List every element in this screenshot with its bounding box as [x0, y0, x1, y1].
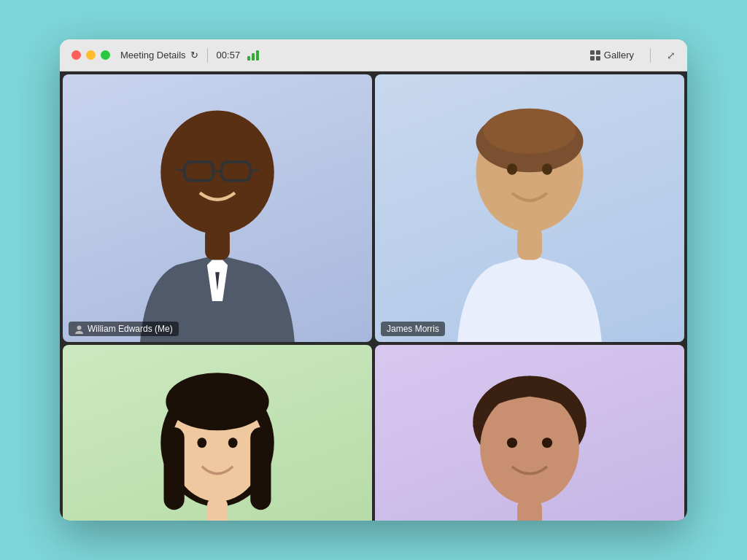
svg-point-12	[542, 163, 552, 175]
meeting-timer: 00:57	[217, 50, 241, 61]
refresh-icon[interactable]: ↻	[190, 50, 198, 61]
svg-rect-26	[517, 499, 542, 521]
signal-bar-2	[252, 53, 255, 61]
signal-bar-1	[247, 56, 250, 61]
video-tile-william: William Edwards (Me)	[63, 74, 372, 342]
svg-point-24	[507, 438, 517, 448]
participant-label-james: James Morris	[381, 322, 445, 336]
gallery-button[interactable]: Gallery	[590, 50, 634, 61]
meeting-details: Meeting Details ↻	[120, 50, 198, 61]
svg-rect-18	[250, 428, 271, 510]
divider-right	[650, 48, 651, 63]
titlebar-right: Gallery ⤢	[590, 48, 676, 63]
william-avatar	[63, 74, 372, 342]
james-avatar	[375, 74, 684, 342]
svg-point-7	[77, 325, 82, 330]
traffic-lights	[71, 50, 110, 60]
maximize-button[interactable]	[101, 50, 110, 60]
svg-point-25	[542, 438, 552, 448]
minimize-button[interactable]	[86, 50, 96, 60]
titlebar: Meeting Details ↻ 00:57 Gallery ⤢	[60, 39, 687, 71]
meeting-window: Meeting Details ↻ 00:57 Gallery ⤢	[60, 39, 687, 521]
user-icon-william	[74, 324, 84, 334]
svg-rect-6	[205, 227, 230, 260]
participant-label-william: William Edwards (Me)	[69, 322, 179, 336]
svg-rect-17	[164, 428, 185, 510]
james-name: James Morris	[387, 324, 439, 334]
svg-point-10	[483, 109, 576, 154]
participant4-avatar	[375, 345, 684, 521]
svg-point-11	[507, 163, 517, 175]
svg-point-19	[197, 438, 206, 448]
meeting-details-label: Meeting Details	[120, 50, 186, 61]
svg-point-23	[480, 392, 579, 505]
video-tile-james: James Morris	[375, 74, 684, 342]
signal-bar-3	[256, 50, 259, 61]
video-tile-4	[375, 345, 684, 521]
svg-point-16	[166, 373, 268, 431]
svg-point-20	[228, 438, 238, 448]
svg-rect-13	[517, 227, 542, 260]
gallery-label: Gallery	[604, 50, 634, 61]
kobayashi-avatar	[63, 345, 372, 521]
video-grid: William Edwards (Me)	[60, 71, 687, 521]
william-name: William Edwards (Me)	[88, 324, 173, 334]
gallery-grid-icon	[590, 50, 600, 61]
expand-icon[interactable]: ⤢	[667, 50, 676, 61]
close-button[interactable]	[71, 50, 81, 60]
video-tile-kobayashi: 小林舞	[63, 345, 372, 521]
svg-rect-21	[207, 498, 228, 521]
divider	[207, 48, 208, 63]
signal-strength	[247, 50, 259, 61]
